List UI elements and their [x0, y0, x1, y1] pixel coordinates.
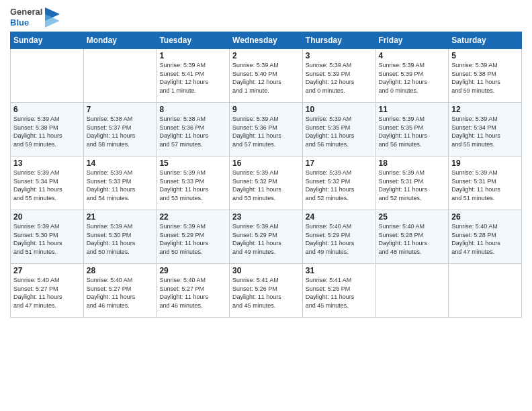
day-number: 12 — [451, 105, 519, 114]
page: General Blue SundayMondayTuesdayWednesda… — [0, 0, 532, 411]
calendar-cell: 23Sunrise: 5:39 AM Sunset: 5:29 PM Dayli… — [230, 210, 303, 264]
day-number: 27 — [13, 266, 81, 275]
day-info: Sunrise: 5:39 AM Sunset: 5:31 PM Dayligh… — [451, 169, 519, 202]
day-number: 6 — [13, 105, 81, 114]
calendar-cell: 10Sunrise: 5:39 AM Sunset: 5:35 PM Dayli… — [302, 103, 375, 156]
day-info: Sunrise: 5:40 AM Sunset: 5:29 PM Dayligh… — [306, 222, 373, 256]
day-info: Sunrise: 5:39 AM Sunset: 5:32 PM Dayligh… — [232, 169, 300, 202]
calendar-cell: 19Sunrise: 5:39 AM Sunset: 5:31 PM Dayli… — [449, 156, 522, 210]
day-number: 26 — [451, 212, 519, 222]
calendar-cell: 22Sunrise: 5:39 AM Sunset: 5:29 PM Dayli… — [157, 210, 230, 264]
calendar-cell: 29Sunrise: 5:40 AM Sunset: 5:27 PM Dayli… — [157, 264, 230, 318]
day-number: 22 — [159, 212, 226, 222]
day-number: 1 — [159, 51, 226, 60]
calendar-header-row: SundayMondayTuesdayWednesdayThursdayFrid… — [11, 32, 522, 49]
calendar-day-header: Thursday — [302, 32, 375, 49]
calendar-cell: 9Sunrise: 5:39 AM Sunset: 5:36 PM Daylig… — [230, 103, 303, 156]
day-number: 25 — [379, 212, 446, 222]
calendar-week-row: 6Sunrise: 5:39 AM Sunset: 5:38 PM Daylig… — [11, 103, 522, 156]
day-number: 13 — [13, 158, 81, 168]
day-number: 20 — [13, 212, 81, 222]
calendar-cell: 13Sunrise: 5:39 AM Sunset: 5:34 PM Dayli… — [11, 156, 84, 210]
calendar-cell: 15Sunrise: 5:39 AM Sunset: 5:33 PM Dayli… — [157, 156, 230, 210]
day-number: 10 — [306, 105, 373, 114]
day-info: Sunrise: 5:39 AM Sunset: 5:31 PM Dayligh… — [379, 169, 446, 202]
day-number: 14 — [87, 158, 154, 168]
calendar-cell: 5Sunrise: 5:39 AM Sunset: 5:38 PM Daylig… — [449, 49, 522, 103]
day-info: Sunrise: 5:39 AM Sunset: 5:38 PM Dayligh… — [13, 115, 81, 148]
day-number: 30 — [232, 266, 300, 275]
calendar-cell: 16Sunrise: 5:39 AM Sunset: 5:32 PM Dayli… — [230, 156, 303, 210]
calendar-cell — [449, 264, 522, 318]
calendar-cell: 4Sunrise: 5:39 AM Sunset: 5:39 PM Daylig… — [375, 49, 449, 103]
calendar-week-row: 27Sunrise: 5:40 AM Sunset: 5:27 PM Dayli… — [11, 264, 522, 318]
day-number: 5 — [451, 51, 519, 60]
day-number: 29 — [159, 266, 226, 275]
day-info: Sunrise: 5:39 AM Sunset: 5:30 PM Dayligh… — [13, 222, 81, 256]
calendar-cell: 31Sunrise: 5:41 AM Sunset: 5:26 PM Dayli… — [302, 264, 375, 318]
day-number: 16 — [232, 158, 300, 168]
calendar-cell: 28Sunrise: 5:40 AM Sunset: 5:27 PM Dayli… — [83, 264, 157, 318]
day-info: Sunrise: 5:39 AM Sunset: 5:34 PM Dayligh… — [451, 115, 519, 148]
calendar-day-header: Friday — [375, 32, 449, 49]
day-number: 11 — [379, 105, 446, 114]
day-number: 28 — [87, 266, 154, 275]
day-info: Sunrise: 5:39 AM Sunset: 5:35 PM Dayligh… — [379, 115, 446, 148]
calendar-week-row: 1Sunrise: 5:39 AM Sunset: 5:41 PM Daylig… — [11, 49, 522, 103]
day-number: 24 — [306, 212, 373, 222]
day-info: Sunrise: 5:39 AM Sunset: 5:38 PM Dayligh… — [451, 61, 519, 95]
day-number: 15 — [159, 158, 226, 168]
day-info: Sunrise: 5:39 AM Sunset: 5:33 PM Dayligh… — [159, 169, 226, 202]
calendar-week-row: 20Sunrise: 5:39 AM Sunset: 5:30 PM Dayli… — [11, 210, 522, 264]
calendar-cell: 21Sunrise: 5:39 AM Sunset: 5:30 PM Dayli… — [83, 210, 157, 264]
day-info: Sunrise: 5:38 AM Sunset: 5:37 PM Dayligh… — [87, 115, 154, 148]
day-number: 18 — [379, 158, 446, 168]
calendar-day-header: Saturday — [449, 32, 522, 49]
calendar-cell: 3Sunrise: 5:39 AM Sunset: 5:39 PM Daylig… — [302, 49, 375, 103]
logo-bird-icon — [45, 7, 60, 28]
calendar-cell: 18Sunrise: 5:39 AM Sunset: 5:31 PM Dayli… — [375, 156, 449, 210]
day-info: Sunrise: 5:39 AM Sunset: 5:29 PM Dayligh… — [232, 222, 300, 256]
calendar-cell: 11Sunrise: 5:39 AM Sunset: 5:35 PM Dayli… — [375, 103, 449, 156]
day-number: 3 — [306, 51, 373, 60]
day-info: Sunrise: 5:39 AM Sunset: 5:36 PM Dayligh… — [232, 115, 300, 148]
logo: General Blue — [10, 7, 60, 28]
calendar-cell: 24Sunrise: 5:40 AM Sunset: 5:29 PM Dayli… — [302, 210, 375, 264]
day-info: Sunrise: 5:40 AM Sunset: 5:28 PM Dayligh… — [379, 222, 446, 256]
calendar-cell: 7Sunrise: 5:38 AM Sunset: 5:37 PM Daylig… — [83, 103, 157, 156]
calendar-cell — [83, 49, 157, 103]
logo-blue-text: Blue — [10, 17, 42, 28]
calendar-cell — [375, 264, 449, 318]
day-info: Sunrise: 5:41 AM Sunset: 5:26 PM Dayligh… — [232, 276, 300, 310]
calendar-cell: 14Sunrise: 5:39 AM Sunset: 5:33 PM Dayli… — [83, 156, 157, 210]
header: General Blue — [10, 7, 522, 28]
day-info: Sunrise: 5:40 AM Sunset: 5:27 PM Dayligh… — [13, 276, 81, 310]
calendar-week-row: 13Sunrise: 5:39 AM Sunset: 5:34 PM Dayli… — [11, 156, 522, 210]
calendar-day-header: Sunday — [11, 32, 84, 49]
calendar-cell: 2Sunrise: 5:39 AM Sunset: 5:40 PM Daylig… — [230, 49, 303, 103]
day-info: Sunrise: 5:38 AM Sunset: 5:36 PM Dayligh… — [159, 115, 226, 148]
calendar-cell: 27Sunrise: 5:40 AM Sunset: 5:27 PM Dayli… — [11, 264, 84, 318]
calendar-cell: 30Sunrise: 5:41 AM Sunset: 5:26 PM Dayli… — [230, 264, 303, 318]
calendar-cell: 12Sunrise: 5:39 AM Sunset: 5:34 PM Dayli… — [449, 103, 522, 156]
day-info: Sunrise: 5:39 AM Sunset: 5:34 PM Dayligh… — [13, 169, 81, 202]
calendar-cell: 8Sunrise: 5:38 AM Sunset: 5:36 PM Daylig… — [157, 103, 230, 156]
day-info: Sunrise: 5:39 AM Sunset: 5:29 PM Dayligh… — [159, 222, 226, 256]
day-info: Sunrise: 5:39 AM Sunset: 5:41 PM Dayligh… — [159, 61, 226, 95]
day-info: Sunrise: 5:39 AM Sunset: 5:35 PM Dayligh… — [306, 115, 373, 148]
day-number: 19 — [451, 158, 519, 168]
calendar-cell: 26Sunrise: 5:40 AM Sunset: 5:28 PM Dayli… — [449, 210, 522, 264]
day-info: Sunrise: 5:39 AM Sunset: 5:39 PM Dayligh… — [379, 61, 446, 95]
calendar-day-header: Tuesday — [157, 32, 230, 49]
calendar-cell: 20Sunrise: 5:39 AM Sunset: 5:30 PM Dayli… — [11, 210, 84, 264]
day-info: Sunrise: 5:40 AM Sunset: 5:27 PM Dayligh… — [159, 276, 226, 310]
day-number: 21 — [87, 212, 154, 222]
day-number: 8 — [159, 105, 226, 114]
day-number: 7 — [87, 105, 154, 114]
day-number: 17 — [306, 158, 373, 168]
day-number: 23 — [232, 212, 300, 222]
calendar-day-header: Monday — [83, 32, 157, 49]
calendar-cell — [11, 49, 84, 103]
day-info: Sunrise: 5:40 AM Sunset: 5:28 PM Dayligh… — [451, 222, 519, 256]
day-info: Sunrise: 5:39 AM Sunset: 5:30 PM Dayligh… — [87, 222, 154, 256]
